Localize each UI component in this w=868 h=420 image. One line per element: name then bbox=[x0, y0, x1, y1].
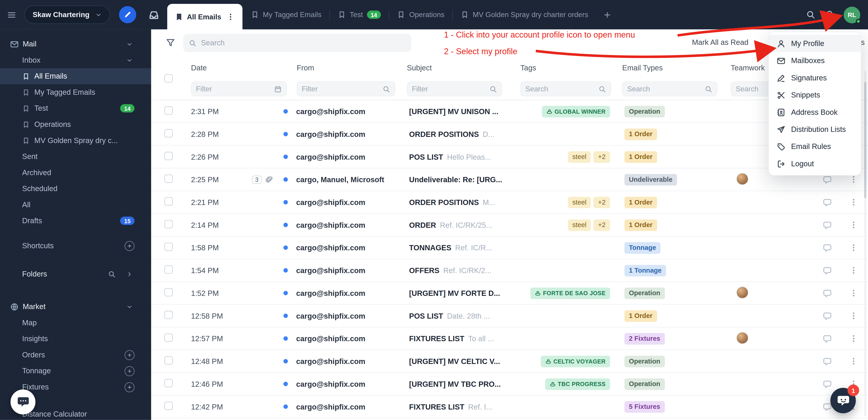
label-pill[interactable]: steel bbox=[568, 219, 591, 231]
email-row[interactable]: 2:14 PMcargo@shipfix.comORDERRef. IC/RK/… bbox=[151, 214, 868, 236]
menu-item-mailboxes[interactable]: Mailboxes bbox=[769, 52, 861, 69]
sidebar-item-operations[interactable]: Operations bbox=[0, 116, 151, 133]
tab-all-emails[interactable]: All Emails bbox=[167, 4, 242, 29]
sidebar-item-mv-golden-spray-dry-c[interactable]: MV Golden Spray dry c... bbox=[0, 132, 151, 148]
vessel-tag[interactable]: TBC PROGRESS bbox=[545, 378, 610, 390]
row-checkbox[interactable] bbox=[164, 106, 173, 115]
menu-item-email-rules[interactable]: Email Rules bbox=[769, 138, 861, 155]
label-pill[interactable]: Tonnage bbox=[624, 242, 660, 253]
email-types-filter-input[interactable] bbox=[627, 85, 703, 93]
email-row[interactable]: 1:52 PMcargo@shipfix.com[URGENT] MV FORT… bbox=[151, 282, 868, 305]
vessel-tag[interactable]: CELTIC VOYAGER bbox=[540, 355, 610, 367]
email-row[interactable]: 12:42 PMcargo@shipfix.comFIXTURES LISTRe… bbox=[151, 396, 868, 418]
email-search-input[interactable] bbox=[201, 39, 406, 47]
row-comment-button[interactable] bbox=[815, 288, 839, 298]
sidebar-item-test[interactable]: Test14 bbox=[0, 100, 151, 116]
row-checkbox[interactable] bbox=[164, 220, 173, 228]
menu-item-address-book[interactable]: Address Book bbox=[769, 104, 861, 121]
row-checkbox[interactable] bbox=[164, 356, 173, 364]
label-pill[interactable]: 1 Order bbox=[624, 196, 657, 208]
row-menu-button[interactable] bbox=[839, 175, 868, 184]
row-menu-button[interactable] bbox=[839, 198, 868, 206]
row-comment-button[interactable] bbox=[815, 175, 839, 184]
tab-mv-golden-spray-dry-charter-orders[interactable]: MV Golden Spray dry charter orders bbox=[453, 0, 596, 29]
email-row[interactable]: 2:28 PMcargo@shipfix.comORDER POSITIONSD… bbox=[151, 123, 868, 146]
row-comment-button[interactable] bbox=[815, 311, 839, 320]
column-header-subject[interactable]: Subject bbox=[407, 64, 432, 72]
scrollbar-thumb[interactable] bbox=[864, 82, 866, 198]
row-comment-button[interactable] bbox=[815, 265, 839, 275]
tab-my-tagged-emails[interactable]: My Tagged Emails bbox=[243, 0, 329, 29]
vessel-tag[interactable]: FORTE DE SAO JOSE bbox=[530, 287, 610, 299]
date-filter-input[interactable] bbox=[196, 85, 272, 93]
sidebar-section-mail[interactable]: Mail bbox=[0, 36, 151, 52]
row-checkbox[interactable] bbox=[164, 265, 173, 274]
sidebar-item-map[interactable]: Map bbox=[0, 315, 151, 331]
label-pill[interactable]: Undeliverable bbox=[624, 174, 677, 186]
add-shortcut-button[interactable] bbox=[124, 241, 134, 251]
row-comment-button[interactable] bbox=[815, 357, 839, 366]
label-pill[interactable]: Operation bbox=[624, 355, 665, 367]
email-row[interactable]: 1:54 PMcargo@shipfix.comOFFERSRef. IC/RK… bbox=[151, 259, 868, 282]
teammate-avatar[interactable] bbox=[736, 286, 748, 298]
label-pill[interactable]: 1 Order bbox=[624, 219, 657, 231]
email-row[interactable]: 1:58 PMcargo@shipfix.comTONNAGESRef. IC/… bbox=[151, 236, 868, 259]
label-pill[interactable]: 5 Fixtures bbox=[624, 401, 665, 413]
row-menu-button[interactable] bbox=[839, 288, 868, 298]
row-checkbox[interactable] bbox=[164, 401, 173, 410]
label-pill[interactable]: 1 Tonnage bbox=[624, 264, 666, 276]
row-checkbox[interactable] bbox=[164, 311, 173, 319]
inbox-tray-icon[interactable] bbox=[148, 9, 159, 20]
row-comment-button[interactable] bbox=[815, 197, 839, 207]
partially-hidden-button[interactable]: s bbox=[861, 38, 865, 47]
label-pill[interactable]: 1 Order bbox=[624, 310, 657, 321]
email-row[interactable]: 12:46 PMcargo@shipfix.com[URGENT] MV TBC… bbox=[151, 373, 868, 396]
sidebar-item-drafts[interactable]: Drafts15 bbox=[0, 213, 151, 229]
row-checkbox[interactable] bbox=[164, 129, 173, 137]
sidebar-item-scheduled[interactable]: Scheduled bbox=[0, 180, 151, 197]
email-row[interactable]: 12:48 PMcargo@shipfix.com[URGENT] MV CEL… bbox=[151, 350, 868, 373]
label-pill[interactable]: Operation bbox=[624, 287, 665, 299]
teammate-avatar[interactable] bbox=[736, 173, 748, 185]
sidebar-item-archived[interactable]: Archived bbox=[0, 164, 151, 180]
menu-item-snippets[interactable]: Snippets bbox=[769, 86, 861, 104]
select-all-checkbox[interactable] bbox=[164, 74, 173, 82]
row-checkbox[interactable] bbox=[164, 333, 173, 342]
label-pill[interactable]: 1 Order bbox=[624, 151, 657, 163]
column-header-teamwork[interactable]: Teamwork bbox=[731, 64, 765, 72]
email-row[interactable]: 2:31 PMcargo@shipfix.com[URGENT] MV UNIS… bbox=[151, 100, 868, 123]
column-header-email-types[interactable]: Email Types bbox=[622, 64, 663, 72]
workspace-switcher[interactable]: Skaw Chartering bbox=[24, 5, 110, 24]
row-comment-button[interactable] bbox=[815, 220, 839, 230]
label-pill[interactable]: Operation bbox=[624, 378, 665, 390]
add-button[interactable] bbox=[124, 350, 134, 360]
mark-all-read-button[interactable]: Mark All as Read bbox=[692, 38, 748, 47]
profile-avatar[interactable]: RL bbox=[844, 6, 860, 23]
teammate-avatar[interactable] bbox=[736, 332, 748, 344]
tab-test[interactable]: Test14 bbox=[330, 0, 389, 29]
label-pill[interactable]: +2 bbox=[593, 151, 610, 163]
email-row[interactable]: 2:25 PM3cargo, Manuel, MicrosoftUndelive… bbox=[151, 168, 868, 191]
row-checkbox[interactable] bbox=[164, 197, 173, 205]
tab-operations[interactable]: Operations bbox=[390, 0, 452, 29]
row-comment-button[interactable] bbox=[815, 243, 839, 252]
sidebar-section-market[interactable]: Market bbox=[0, 299, 151, 315]
row-checkbox[interactable] bbox=[164, 243, 173, 251]
row-menu-button[interactable] bbox=[839, 266, 868, 275]
global-search-icon[interactable] bbox=[806, 10, 815, 19]
menu-item-distribution-lists[interactable]: Distribution Lists bbox=[769, 121, 861, 138]
row-menu-button[interactable] bbox=[839, 334, 868, 343]
label-pill[interactable]: 1 Order bbox=[624, 128, 657, 140]
email-row[interactable]: 12:57 PMcargo@shipfix.comFIXTURES LISTTo… bbox=[151, 328, 868, 350]
row-comment-button[interactable] bbox=[815, 334, 839, 343]
compose-button[interactable] bbox=[119, 6, 136, 23]
row-checkbox[interactable] bbox=[164, 174, 173, 183]
column-header-tags[interactable]: Tags bbox=[520, 64, 536, 72]
label-pill[interactable]: +2 bbox=[593, 196, 610, 208]
tags-filter-input[interactable] bbox=[525, 85, 596, 93]
hamburger-menu-icon[interactable] bbox=[7, 10, 17, 19]
sidebar-inbox[interactable]: Inbox bbox=[0, 52, 151, 68]
add-tab-button[interactable] bbox=[602, 10, 612, 19]
vessel-tag[interactable]: GLOBAL WINNER bbox=[542, 106, 610, 117]
menu-item-signatures[interactable]: Signatures bbox=[769, 69, 861, 86]
